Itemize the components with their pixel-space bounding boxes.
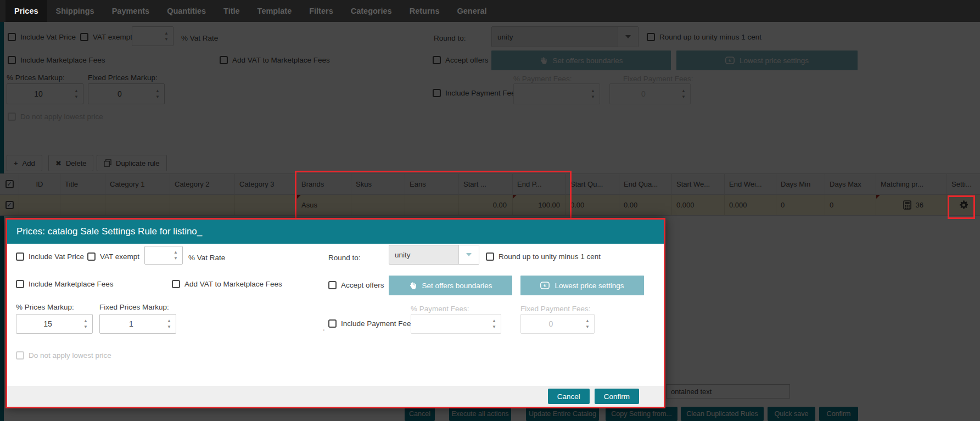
modal-fixed-markup-stepper[interactable]: 1 ▲▼ xyxy=(99,314,176,334)
checkbox-label: Include Marketplace Fees xyxy=(29,280,114,288)
hand-icon xyxy=(408,282,417,290)
dialog-title: Prices: catalog Sale Settings Rule for l… xyxy=(7,220,664,244)
checkbox-box xyxy=(172,280,180,288)
stepper-down-icon[interactable]: ▼ xyxy=(585,325,590,329)
annotation-box-settings-gear xyxy=(948,195,975,219)
round-to-value: unity xyxy=(389,251,458,259)
app-screen: Prices Shippings Payments Quantities Tit… xyxy=(0,0,980,421)
checkbox-box xyxy=(328,319,337,328)
tab-categories[interactable]: Categories xyxy=(342,0,401,22)
dialog-footer: Cancel Confirm xyxy=(7,386,664,407)
modal-add-vat-marketplace-checkbox[interactable]: Add VAT to Marketplace Fees xyxy=(172,280,282,288)
modal-do-not-apply-lowest-price-checkbox[interactable]: Do not apply lowest price xyxy=(16,351,111,360)
modal-round-to-select[interactable]: unity xyxy=(389,245,479,265)
tab-shippings[interactable]: Shippings xyxy=(47,0,103,22)
checkbox-box xyxy=(16,252,24,261)
select-arrow-button[interactable] xyxy=(458,245,479,264)
stepper-down-icon[interactable]: ▼ xyxy=(167,325,171,329)
prices-markup-value: 15 xyxy=(16,319,79,328)
stepper-down-icon[interactable]: ▼ xyxy=(83,325,88,329)
modal-payment-fees-stepper[interactable]: ▲▼ xyxy=(411,314,501,334)
fixed-markup-value: 1 xyxy=(100,319,163,328)
stepper-up-icon[interactable]: ▲ xyxy=(492,319,496,323)
tab-filters[interactable]: Filters xyxy=(300,0,342,22)
modal-fixed-payment-fees-stepper[interactable]: 0 ▲▼ xyxy=(520,314,595,334)
tab-quantities[interactable]: Quantities xyxy=(158,0,215,22)
modal-vat-exempt-checkbox[interactable]: VAT exempt xyxy=(87,252,139,261)
modal-prices-markup-stepper[interactable]: 15 ▲▼ xyxy=(16,314,93,334)
settings-rule-dialog: Prices: catalog Sale Settings Rule for l… xyxy=(5,218,665,408)
tab-payments[interactable]: Payments xyxy=(103,0,159,22)
checkbox-box xyxy=(16,351,24,360)
top-tab-bar: Prices Shippings Payments Quantities Tit… xyxy=(0,0,980,22)
modal-fixed-payment-fees-label: Fixed Payment Fees: xyxy=(520,305,591,313)
checkbox-label: Include Payment Fee xyxy=(341,319,411,328)
modal-include-payment-fee-checkbox[interactable]: Include Payment Fee xyxy=(328,319,411,328)
checkbox-label: Add VAT to Marketplace Fees xyxy=(184,280,282,288)
tab-title[interactable]: Title xyxy=(215,0,249,22)
modal-fixed-markup-label: Fixed Prices Markup: xyxy=(99,303,169,311)
chevron-down-icon xyxy=(466,253,472,256)
stepper-down-icon[interactable]: ▼ xyxy=(492,325,496,329)
modal-cancel-button[interactable]: Cancel xyxy=(548,389,590,404)
stepper-up-icon[interactable]: ▲ xyxy=(585,319,590,323)
modal-payment-fees-label: % Payment Fees: xyxy=(411,305,469,313)
euro-coin-icon: € xyxy=(540,282,550,289)
stepper-up-icon[interactable]: ▲ xyxy=(173,250,178,255)
checkbox-label: Do not apply lowest price xyxy=(29,351,111,360)
modal-include-marketplace-fees-checkbox[interactable]: Include Marketplace Fees xyxy=(16,280,114,288)
checkbox-label: Accept offers xyxy=(341,281,384,289)
checkbox-box xyxy=(16,280,24,288)
modal-accept-offers-checkbox[interactable]: Accept offers xyxy=(328,281,384,289)
tab-returns[interactable]: Returns xyxy=(401,0,449,22)
stepper-down-icon[interactable]: ▼ xyxy=(173,256,178,261)
checkbox-box xyxy=(87,252,96,261)
tab-template[interactable]: Template xyxy=(249,0,301,22)
modal-vat-rate-stepper[interactable]: ▲▼ xyxy=(144,246,183,265)
modal-round-to-label: Round to: xyxy=(328,254,361,262)
button-label: Set offers boundaries xyxy=(422,282,492,290)
checkbox-box xyxy=(328,281,337,289)
modal-include-vat-price-checkbox[interactable]: Include Vat Price xyxy=(16,252,84,261)
modal-prices-markup-label: % Prices Markup: xyxy=(16,303,74,311)
svg-text:€: € xyxy=(544,283,547,288)
annotation-box-columns xyxy=(295,171,572,220)
checkbox-box xyxy=(486,252,494,261)
tab-general[interactable]: General xyxy=(448,0,495,22)
modal-confirm-button[interactable]: Confirm xyxy=(595,389,639,404)
stray-dot: . xyxy=(323,324,325,332)
stepper-up-icon[interactable]: ▲ xyxy=(167,319,171,323)
tab-prices[interactable]: Prices xyxy=(5,0,47,22)
checkbox-label: VAT exempt xyxy=(100,252,139,261)
fixed-payment-fees-value: 0 xyxy=(521,319,581,328)
checkbox-label: Include Vat Price xyxy=(29,252,84,261)
button-label: Lowest price settings xyxy=(555,282,624,290)
modal-round-up-checkbox[interactable]: Round up to unity minus 1 cent xyxy=(486,252,601,261)
modal-vat-rate-label: % Vat Rate xyxy=(188,254,225,262)
modal-lowest-price-settings-button[interactable]: € Lowest price settings xyxy=(520,276,644,295)
checkbox-label: Round up to unity minus 1 cent xyxy=(499,252,601,261)
stepper-up-icon[interactable]: ▲ xyxy=(83,319,88,323)
modal-set-offers-boundaries-button[interactable]: Set offers boundaries xyxy=(389,276,512,295)
